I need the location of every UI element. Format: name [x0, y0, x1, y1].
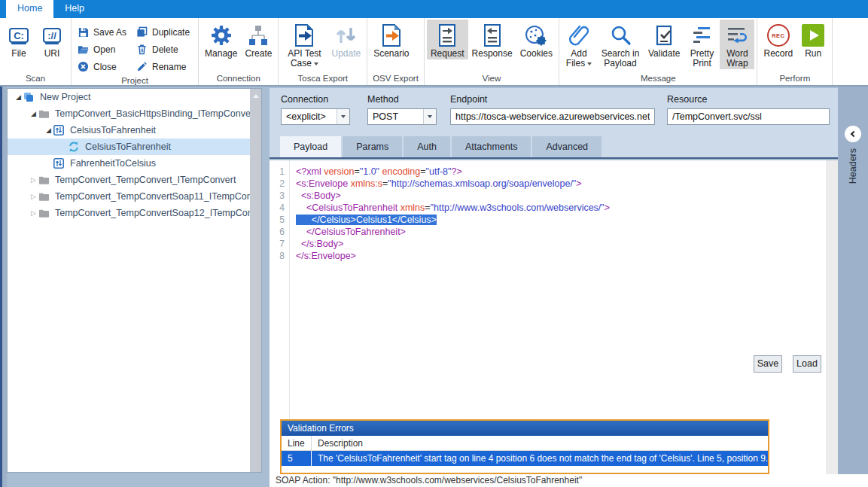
validation-error-row[interactable]: 5The 'CelsiusToFahrenheit' start tag on …	[282, 451, 768, 466]
code-line-7[interactable]: </s:Body>	[296, 238, 826, 250]
tab-payload[interactable]: Payload	[280, 136, 341, 157]
resource-input[interactable]	[667, 108, 830, 125]
tree-item-tempconvert_tempconvert_itempconvert[interactable]: ▷TempConvert_TempConvert_ITempConvert	[8, 172, 261, 188]
tree-item-celsiustofahrenheit[interactable]: ◢CelsiusToFahrenheit	[8, 122, 261, 138]
api-test-case-button[interactable]: API Test Case	[281, 20, 327, 69]
tree-expander-icon[interactable]: ▷	[29, 209, 38, 217]
tree-item-label: CelsiusToFahrenheit	[70, 125, 156, 135]
window-left-edge	[0, 87, 7, 487]
open-button[interactable]: Open	[74, 41, 132, 58]
tree-expander-icon[interactable]: ◢	[14, 93, 23, 101]
update-button[interactable]: Update	[327, 20, 364, 59]
uri-scan-icon: ://	[43, 22, 61, 49]
ribbon-group-connection: Manage Create Connection	[199, 18, 279, 85]
view-response-button[interactable]: Response	[468, 20, 516, 59]
group-label-perform: Perform	[760, 73, 830, 85]
ribbon-group-osv-export: Scenario OSV Export	[367, 18, 425, 85]
uri-button[interactable]: :// URI	[35, 20, 69, 59]
cookie-icon	[524, 22, 548, 49]
service-icon	[53, 125, 65, 135]
create-connection-button[interactable]: Create	[241, 20, 276, 59]
tree-expander-icon[interactable]: ◢	[44, 126, 53, 134]
dropdown-caret-icon	[587, 62, 592, 65]
response-doc-icon	[483, 22, 502, 49]
endpoint-input[interactable]	[450, 108, 655, 125]
tab-auth[interactable]: Auth	[404, 136, 450, 157]
tree-expander-icon[interactable]: ▷	[29, 176, 38, 184]
code-line-1[interactable]: <?xml version="1.0" encoding="utf-8"?>	[296, 166, 826, 178]
group-label-osv-export: OSV Export	[370, 73, 422, 85]
record-button[interactable]: REC Record	[760, 20, 796, 59]
tree-scrollbar[interactable]	[250, 89, 261, 472]
word-wrap-button[interactable]: Word Wrap	[720, 20, 754, 69]
export-scenario-icon	[380, 22, 403, 49]
pretty-print-icon	[690, 22, 713, 49]
run-play-icon	[802, 22, 824, 49]
ribbon-group-tosca-export: API Test Case Update Tosca Export	[279, 18, 367, 85]
scenario-button[interactable]: Scenario	[370, 20, 413, 59]
tree-item-new project[interactable]: ◢New Project	[8, 89, 261, 105]
method-dropdown[interactable]: POST	[367, 108, 437, 125]
refresh-icon	[69, 142, 81, 152]
scroll-up-arrow-icon[interactable]	[253, 94, 259, 98]
expand-headers-button[interactable]	[845, 126, 861, 142]
tab-params[interactable]: Params	[343, 136, 402, 157]
status-bar: SOAP Action: "http://www.w3schools.com/w…	[270, 474, 868, 487]
headers-panel-label: Headers	[848, 148, 858, 184]
add-files-button[interactable]: Add Files	[562, 20, 596, 69]
column-line: Line	[282, 436, 312, 450]
ribbon-group-scan: C: File :// URI Scan	[0, 18, 72, 85]
delete-button[interactable]: Delete	[132, 41, 196, 58]
code-line-3[interactable]: <s:Body>	[296, 190, 826, 202]
error-line-number: 5	[282, 451, 312, 466]
save-payload-button[interactable]: Save	[754, 355, 782, 373]
validate-button[interactable]: Validate	[644, 20, 684, 59]
tree-expander-icon[interactable]: ◢	[29, 110, 38, 117]
duplicate-icon	[136, 26, 148, 38]
tree-item-label: CelsiusToFahrenheit	[85, 142, 171, 152]
word-wrap-icon	[726, 22, 748, 49]
file-button[interactable]: C: File	[2, 20, 35, 59]
tab-advanced[interactable]: Advanced	[532, 136, 602, 157]
save-as-button[interactable]: Save As	[74, 23, 132, 41]
request-panel: Connection <explicit> Method POST Endpoi…	[270, 87, 868, 487]
save-icon	[78, 26, 89, 38]
ribbon: C: File :// URI Scan Save As	[0, 18, 868, 87]
tab-attachments[interactable]: Attachments	[452, 136, 531, 157]
ribbon-group-message: Add Files Search in Payload Validate	[559, 18, 757, 85]
tab-help[interactable]: Help	[53, 0, 96, 18]
code-line-2[interactable]: <s:Envelope xmlns:s="http://schemas.xmls…	[296, 178, 826, 190]
group-label-message: Message	[562, 73, 754, 85]
gear-icon	[209, 22, 233, 49]
view-request-button[interactable]: Request	[427, 20, 468, 59]
code-line-5[interactable]: </Celsius>Celsius1</Celsius>	[296, 214, 826, 226]
run-button[interactable]: Run	[796, 20, 830, 59]
connection-dropdown[interactable]: <explicit>	[281, 108, 350, 125]
chevron-down-icon	[423, 109, 436, 124]
close-button[interactable]: Close	[74, 58, 132, 75]
tree-item-tempconvert_tempconvertsoap12_itempconvert[interactable]: ▷TempConvert_TempConvertSoap12_ITempConv…	[8, 205, 261, 221]
code-line-6[interactable]: </CelsiusToFahrenheit>	[296, 226, 826, 238]
chevron-down-icon	[337, 109, 349, 124]
tree-item-fahrenheittocelsius[interactable]: FahrenheitToCelsius	[8, 155, 261, 172]
tree-expander-icon[interactable]: ▷	[29, 193, 38, 200]
code-line-4[interactable]: <CelsiusToFahrenheit xmlns="http://www.w…	[296, 202, 826, 214]
rename-button[interactable]: Rename	[132, 58, 196, 75]
search-in-payload-button[interactable]: Search in Payload	[596, 20, 644, 69]
view-cookies-button[interactable]: Cookies	[516, 20, 556, 59]
tab-home[interactable]: Home	[6, 0, 53, 18]
folder-icon	[38, 208, 50, 218]
chevron-left-icon	[851, 131, 857, 137]
ribbon-tab-bar: Home Help	[0, 0, 868, 18]
tree-item-tempconvert_basichttpsbinding_itempconvert[interactable]: ◢TempConvert_BasicHttpsBinding_ITempConv…	[8, 105, 261, 122]
load-payload-button[interactable]: Load	[793, 355, 821, 373]
pretty-print-button[interactable]: Pretty Print	[684, 20, 720, 69]
duplicate-button[interactable]: Duplicate	[132, 23, 196, 41]
tree-item-celsiustofahrenheit[interactable]: CelsiusToFahrenheit	[8, 138, 261, 155]
editor-scrollbar[interactable]	[826, 160, 838, 474]
manage-connection-button[interactable]: Manage	[201, 20, 241, 59]
close-icon	[78, 61, 89, 72]
code-line-8[interactable]: </s:Envelope>	[296, 250, 826, 262]
project-icon	[23, 92, 35, 102]
tree-item-tempconvert_tempconvertsoap11_itempconvert[interactable]: ▷TempConvert_TempConvertSoap11_ITempConv…	[8, 188, 261, 205]
